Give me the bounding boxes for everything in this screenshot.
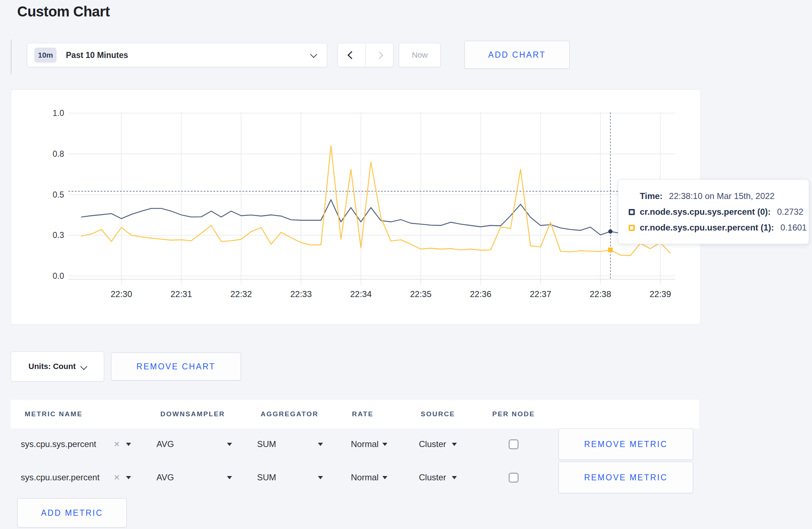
caret-down-icon	[126, 476, 131, 479]
aggregator-dropdown[interactable]	[318, 428, 323, 460]
metric-name-value[interactable]: sys.cpu.sys.percent	[21, 428, 96, 460]
chevron-down-icon	[81, 363, 88, 370]
per-node-checkbox[interactable]	[509, 440, 518, 449]
svg-text:22:31: 22:31	[170, 289, 192, 299]
next-timeframe-button[interactable]	[366, 43, 393, 67]
caret-down-icon	[227, 443, 232, 446]
svg-text:22:30: 22:30	[111, 289, 132, 299]
close-icon[interactable]: ×	[114, 462, 120, 493]
column-header-downsampler: DOWNSAMPLER	[160, 400, 225, 428]
tooltip-time-row: Time: 22:38:10 on Mar 15th, 2022	[640, 191, 809, 201]
sys-series-swatch-icon	[629, 209, 635, 215]
previous-timeframe-button[interactable]	[338, 43, 366, 67]
units-label: Units: Count	[29, 362, 76, 371]
caret-down-icon	[318, 476, 323, 479]
source-value[interactable]: Cluster	[419, 428, 446, 460]
metric-name-value[interactable]: sys.cpu.user.percent	[21, 462, 100, 493]
caret-down-icon	[452, 443, 457, 446]
metric-name-dropdown[interactable]	[126, 462, 131, 493]
caret-down-icon	[382, 443, 387, 446]
chevron-left-icon	[348, 51, 356, 59]
downsampler-value[interactable]: AVG	[156, 428, 174, 460]
user-series-swatch-icon	[629, 225, 635, 231]
column-header-per-node: PER NODE	[492, 400, 535, 428]
chart-tooltip: Time: 22:38:10 on Mar 15th, 2022 cr.node…	[618, 179, 809, 244]
svg-text:22:36: 22:36	[470, 289, 491, 299]
close-icon[interactable]: ×	[114, 428, 120, 460]
chart-card: 0.00.30.50.81.022:3022:3122:3222:3322:34…	[11, 89, 701, 325]
remove-metric-button[interactable]: REMOVE METRIC	[559, 428, 693, 460]
caret-down-icon	[318, 443, 323, 446]
remove-metric-button[interactable]: REMOVE METRIC	[559, 462, 693, 493]
aggregator-value[interactable]: SUM	[257, 428, 276, 460]
caret-down-icon	[382, 476, 387, 479]
rate-dropdown[interactable]	[382, 462, 387, 493]
svg-text:22:37: 22:37	[530, 289, 551, 299]
remove-chart-button[interactable]: REMOVE CHART	[111, 353, 241, 380]
add-metric-button[interactable]: ADD METRIC	[17, 498, 127, 528]
column-header-rate: RATE	[352, 400, 373, 428]
rate-value[interactable]: Normal	[351, 462, 378, 493]
now-button[interactable]: Now	[399, 43, 441, 67]
source-dropdown[interactable]	[452, 428, 457, 460]
svg-text:22:35: 22:35	[410, 289, 431, 299]
column-header-source: SOURCE	[421, 400, 455, 428]
tooltip-time-label: Time:	[640, 191, 663, 201]
tooltip-series-value: 0.2732	[777, 207, 803, 217]
aggregator-value[interactable]: SUM	[257, 462, 276, 493]
svg-text:0.3: 0.3	[53, 230, 64, 240]
downsampler-value[interactable]: AVG	[156, 462, 174, 493]
aggregator-dropdown[interactable]	[318, 462, 323, 493]
chevron-right-icon	[376, 51, 383, 59]
svg-text:0.8: 0.8	[53, 149, 64, 159]
time-range-dropdown[interactable]: 10m Past 10 Minutes	[27, 43, 327, 67]
caret-down-icon	[227, 476, 232, 479]
page-title: Custom Chart	[17, 4, 110, 20]
caret-down-icon	[452, 476, 457, 479]
downsampler-dropdown[interactable]	[227, 462, 232, 493]
caret-down-icon	[126, 443, 131, 446]
svg-text:0.5: 0.5	[53, 190, 64, 199]
chevron-down-icon	[310, 51, 317, 58]
metric-name-dropdown[interactable]	[126, 428, 131, 460]
tooltip-series-value: 0.1601	[780, 223, 807, 233]
tooltip-series-row: cr.node.sys.cpu.sys.percent (0): 0.2732	[629, 207, 809, 217]
downsampler-dropdown[interactable]	[227, 428, 232, 460]
tooltip-series-row: cr.node.sys.cpu.user.percent (1): 0.1601	[629, 223, 809, 233]
svg-text:22:34: 22:34	[350, 289, 372, 299]
metrics-table-header: METRIC NAME DOWNSAMPLER AGGREGATOR RATE …	[11, 400, 699, 428]
svg-text:22:39: 22:39	[649, 289, 671, 299]
per-node-checkbox[interactable]	[509, 473, 518, 482]
tooltip-series-name: cr.node.sys.cpu.user.percent (1):	[640, 223, 774, 233]
rate-dropdown[interactable]	[382, 428, 387, 460]
time-step-buttons	[338, 43, 393, 67]
timeseries-chart[interactable]: 0.00.30.50.81.022:3022:3122:3222:3322:34…	[11, 90, 700, 324]
time-range-label: Past 10 Minutes	[66, 50, 128, 60]
tooltip-time-value: 22:38:10 on Mar 15th, 2022	[669, 191, 775, 201]
custom-chart-page: { "page": { "title": "Custom Chart", "ba…	[0, 0, 812, 529]
metric-row: sys.cpu.user.percent × AVG SUM Normal Cl…	[11, 462, 699, 493]
svg-text:1.0: 1.0	[53, 108, 64, 118]
svg-text:22:38: 22:38	[590, 289, 611, 299]
svg-text:0.0: 0.0	[53, 271, 64, 281]
column-header-aggregator: AGGREGATOR	[261, 400, 319, 428]
source-dropdown[interactable]	[452, 462, 457, 493]
column-header-metric-name: METRIC NAME	[25, 400, 83, 428]
time-window-badge: 10m	[34, 48, 57, 63]
units-dropdown[interactable]: Units: Count	[11, 351, 104, 382]
svg-text:22:33: 22:33	[290, 289, 312, 299]
svg-text:22:32: 22:32	[230, 289, 252, 299]
rate-value[interactable]: Normal	[351, 428, 378, 460]
source-value[interactable]: Cluster	[419, 462, 446, 493]
add-chart-button[interactable]: ADD CHART	[464, 41, 570, 69]
toolbar-divider	[11, 40, 11, 74]
tooltip-series-name: cr.node.sys.cpu.sys.percent (0):	[640, 207, 770, 217]
metric-row: sys.cpu.sys.percent × AVG SUM Normal Clu…	[11, 428, 699, 460]
